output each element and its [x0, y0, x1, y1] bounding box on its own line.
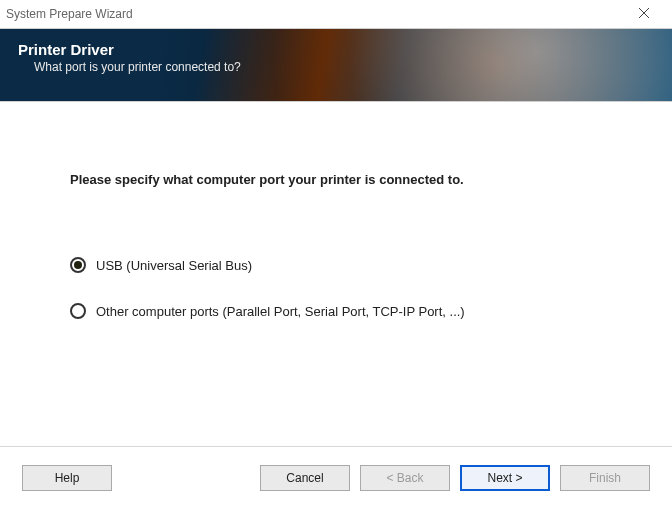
- finish-button[interactable]: Finish: [560, 465, 650, 491]
- help-button[interactable]: Help: [22, 465, 112, 491]
- radio-label: USB (Universal Serial Bus): [96, 258, 252, 273]
- banner-subtitle: What port is your printer connected to?: [34, 60, 654, 74]
- next-button[interactable]: Next >: [460, 465, 550, 491]
- footer: Help Cancel < Back Next > Finish: [0, 447, 672, 509]
- instruction-text: Please specify what computer port your p…: [70, 172, 602, 187]
- content-area: Please specify what computer port your p…: [0, 102, 672, 446]
- radio-icon: [70, 303, 86, 319]
- titlebar: System Prepare Wizard: [0, 0, 672, 28]
- radio-option-usb[interactable]: USB (Universal Serial Bus): [70, 257, 602, 273]
- close-icon: [639, 7, 649, 21]
- back-button[interactable]: < Back: [360, 465, 450, 491]
- cancel-button[interactable]: Cancel: [260, 465, 350, 491]
- close-button[interactable]: [624, 0, 664, 28]
- radio-icon: [70, 257, 86, 273]
- banner-title: Printer Driver: [18, 41, 654, 58]
- radio-option-other[interactable]: Other computer ports (Parallel Port, Ser…: [70, 303, 602, 319]
- radio-label: Other computer ports (Parallel Port, Ser…: [96, 304, 465, 319]
- window-title: System Prepare Wizard: [6, 7, 133, 21]
- wizard-banner: Printer Driver What port is your printer…: [0, 28, 672, 102]
